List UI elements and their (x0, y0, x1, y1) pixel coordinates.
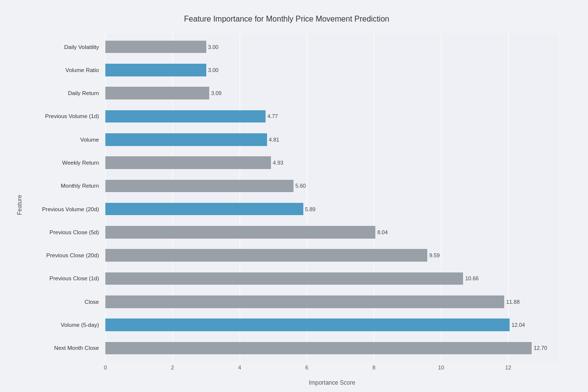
bar-row: Monthly Return5.60 (105, 174, 559, 197)
bar-row: Close11.88 (105, 290, 559, 313)
bar-value-label: 11.88 (506, 299, 520, 305)
x-tick-label: 8 (372, 365, 375, 370)
x-tick-label: 6 (305, 365, 308, 370)
bar-previous-volume-(20d): 5.89 (105, 203, 303, 216)
bar-value-label: 4.77 (268, 113, 278, 119)
bar-value-label: 3.09 (211, 90, 221, 96)
bar-value-label: 8.04 (377, 229, 388, 235)
x-tick-label: 12 (505, 365, 511, 370)
x-tick-label: 4 (238, 365, 241, 370)
bar-label: Volume (24, 137, 103, 143)
chart-area: Feature Daily Volatility3.00Volume Ratio… (15, 33, 559, 376)
bars-and-grid: Daily Volatility3.00Volume Ratio3.00Dail… (105, 33, 559, 362)
bar-value-label: 3.00 (208, 67, 219, 73)
bar-label: Previous Close (1d) (24, 275, 103, 281)
bar-label: Volume (5-day) (24, 322, 103, 328)
bar-value-label: 4.93 (273, 160, 283, 166)
bar-row: Daily Volatility3.00 (105, 35, 559, 58)
bar-row: Daily Return3.09 (105, 82, 559, 105)
bar-row: Volume Ratio3.00 (105, 58, 559, 81)
bar-value-label: 12.04 (512, 322, 525, 328)
bar-daily-return: 3.09 (105, 87, 209, 99)
bar-close: 11.88 (105, 295, 504, 308)
bar-row: Volume4.81 (105, 128, 559, 151)
x-axis-label: Importance Score (105, 379, 559, 386)
x-tick-label: 10 (438, 365, 444, 370)
bar-value-label: 4.81 (269, 137, 279, 143)
bar-label: Monthly Return (24, 183, 103, 189)
bar-value-label: 5.60 (295, 183, 306, 189)
bar-label: Previous Close (5d) (24, 229, 103, 235)
bar-label: Previous Close (20d) (24, 252, 103, 258)
bar-volume-ratio: 3.00 (105, 64, 206, 76)
bar-weekly-return: 4.93 (105, 156, 271, 169)
bar-value-label: 10.66 (465, 275, 479, 281)
bar-previous-close-(20d): 9.59 (105, 249, 427, 262)
bar-label: Daily Return (24, 90, 103, 96)
chart-container: Feature Importance for Monthly Price Mov… (0, 0, 588, 392)
chart-main: Daily Volatility3.00Volume Ratio3.00Dail… (105, 33, 559, 376)
bar-volume: 4.81 (105, 133, 267, 146)
bar-volume-(5-day): 12.04 (105, 318, 510, 331)
bar-previous-volume-(1d): 4.77 (105, 110, 266, 123)
bar-next-month-close: 12.70 (105, 342, 532, 355)
chart-title: Feature Importance for Monthly Price Mov… (15, 15, 559, 24)
bars-container: Daily Volatility3.00Volume Ratio3.00Dail… (105, 33, 559, 362)
x-tick-label: 0 (104, 365, 107, 370)
bar-value-label: 12.70 (534, 345, 547, 351)
bar-value-label: 5.89 (305, 206, 316, 212)
bar-row: Previous Close (20d)9.59 (105, 244, 559, 267)
bar-previous-close-(5d): 8.04 (105, 226, 375, 239)
bar-row: Previous Volume (20d)5.89 (105, 197, 559, 220)
bar-value-label: 9.59 (429, 252, 440, 258)
bar-label: Volume Ratio (24, 67, 103, 73)
bar-previous-close-(1d): 10.66 (105, 272, 463, 285)
bar-daily-volatility: 3.00 (105, 41, 206, 53)
bar-label: Close (24, 299, 103, 305)
x-tick-label: 2 (171, 365, 174, 370)
bar-label: Previous Volume (20d) (24, 206, 103, 212)
x-axis: 024681012 Importance Score (105, 362, 559, 376)
bar-monthly-return: 5.60 (105, 180, 294, 193)
bar-row: Next Month Close12.70 (105, 337, 559, 360)
bar-value-label: 3.00 (208, 44, 219, 50)
bar-label: Daily Volatility (24, 44, 103, 50)
bar-row: Weekly Return4.93 (105, 151, 559, 174)
bar-row: Previous Volume (1d)4.77 (105, 105, 559, 128)
bar-row: Previous Close (1d)10.66 (105, 267, 559, 290)
bar-row: Volume (5-day)12.04 (105, 313, 559, 336)
bar-label: Previous Volume (1d) (24, 113, 103, 119)
bar-label: Next Month Close (24, 345, 103, 351)
bar-label: Weekly Return (24, 160, 103, 166)
bar-row: Previous Close (5d)8.04 (105, 220, 559, 244)
y-axis-label: Feature (15, 33, 24, 376)
